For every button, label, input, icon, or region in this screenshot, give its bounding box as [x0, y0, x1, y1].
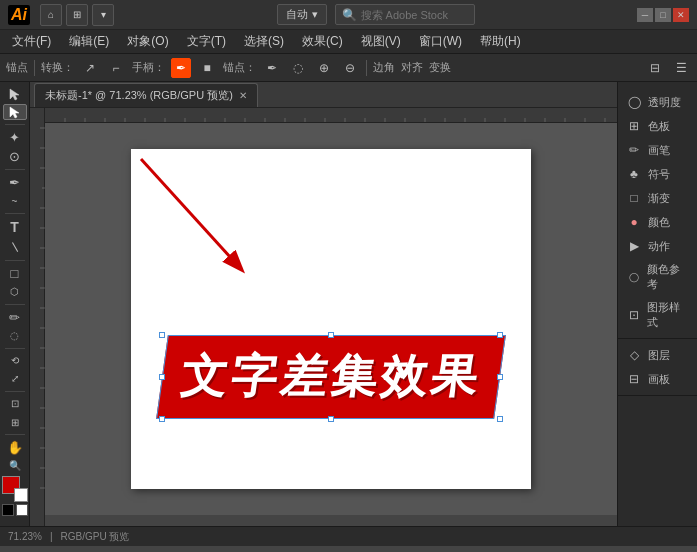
maximize-button[interactable]: □: [655, 8, 671, 22]
handle-ml[interactable]: [159, 374, 165, 380]
scale-tool[interactable]: ⤢: [3, 371, 27, 387]
arrow-indicator: [141, 159, 271, 289]
graph-tool[interactable]: ⊞: [3, 414, 27, 430]
convert-label: 转换：: [41, 60, 74, 75]
search-box[interactable]: 🔍: [335, 4, 475, 25]
home-icon[interactable]: ⌂: [40, 4, 62, 26]
actions-icon: ▶: [626, 238, 642, 254]
panel-actions[interactable]: ▶ 动作: [618, 234, 697, 258]
symbols-label: 符号: [648, 167, 670, 182]
pencil-tool[interactable]: ✏: [3, 309, 27, 326]
text-with-selection: 文字差集效果: [162, 335, 500, 419]
handle-label: 手柄：: [132, 60, 165, 75]
handle-bl[interactable]: [159, 416, 165, 422]
panel-gradient[interactable]: □ 渐变: [618, 186, 697, 210]
curvature-tool[interactable]: ~: [3, 193, 27, 209]
window-controls: ─ □ ✕: [637, 8, 689, 22]
menu-object[interactable]: 对象(O): [119, 31, 176, 52]
tab-close-icon[interactable]: ✕: [239, 90, 247, 101]
menu-effect[interactable]: 效果(C): [294, 31, 351, 52]
rectangle-tool[interactable]: □: [3, 265, 27, 282]
line-tool[interactable]: /: [0, 232, 29, 262]
handle-tm[interactable]: [328, 332, 334, 338]
menu-edit[interactable]: 编辑(E): [61, 31, 117, 52]
app-logo: Ai: [8, 5, 30, 25]
white-swatch[interactable]: [16, 504, 28, 516]
panel-layers[interactable]: ◇ 图层: [618, 343, 697, 367]
warp-tool[interactable]: ⊡: [3, 396, 27, 412]
selection-tool[interactable]: [3, 86, 27, 102]
menu-view[interactable]: 视图(V): [353, 31, 409, 52]
swatches-icon: ⊞: [626, 118, 642, 134]
panel-transparency[interactable]: ◯ 透明度: [618, 90, 697, 114]
zoom-tool[interactable]: 🔍: [3, 458, 27, 474]
anchor-btn-3[interactable]: ⊕: [314, 58, 334, 78]
panel-toggle-btn[interactable]: ⊟: [645, 58, 665, 78]
color-guide-icon: ◯: [626, 269, 641, 285]
swatch-group[interactable]: [2, 476, 28, 502]
panel-section-2: ◇ 图层 ⊟ 画板: [618, 339, 697, 396]
artboards-label: 画板: [648, 372, 670, 387]
menu-type[interactable]: 文字(T): [179, 31, 234, 52]
tool-sep-1: [5, 124, 25, 125]
status-bar: 71.23% | RGB/GPU 预览: [0, 526, 697, 546]
left-toolbar: ✦ ⊙ ✒ ~ T / □ ⬡ ✏ ◌ ⟲ ⤢ ⊡ ⊞ ✋ 🔍: [0, 82, 30, 526]
background-swatch[interactable]: [14, 488, 28, 502]
canvas-background[interactable]: 文字差集效果: [45, 123, 617, 515]
search-input[interactable]: [361, 9, 468, 21]
black-swatch[interactable]: [2, 504, 14, 516]
panel-brushes[interactable]: ✏ 画笔: [618, 138, 697, 162]
panel-color-guide[interactable]: ◯ 颜色参考: [618, 258, 697, 296]
handle-tr[interactable]: [497, 332, 503, 338]
handle-btn-2[interactable]: ■: [197, 58, 217, 78]
color-icon: ●: [626, 214, 642, 230]
menu-window[interactable]: 窗口(W): [411, 31, 470, 52]
handle-tl[interactable]: [159, 332, 165, 338]
layers-label: 图层: [648, 348, 670, 363]
minimize-button[interactable]: ─: [637, 8, 653, 22]
text-element-container[interactable]: 文字差集效果: [151, 335, 511, 419]
tool-sep-3: [5, 213, 25, 214]
transparency-label: 透明度: [648, 95, 681, 110]
align-label: 对齐: [401, 60, 423, 75]
canvas-with-ruler: 未标题-1* @ 71.23% (RGB/GPU 预览) ✕: [30, 82, 617, 526]
pen-tool[interactable]: ✒: [3, 174, 27, 191]
panel-symbols[interactable]: ♣ 符号: [618, 162, 697, 186]
more-options-btn[interactable]: ☰: [671, 58, 691, 78]
layout-icon[interactable]: ⊞: [66, 4, 88, 26]
title-center: 自动 ▾ 🔍: [120, 4, 631, 25]
convert-btn-1[interactable]: ↗: [80, 58, 100, 78]
handle-mr[interactable]: [497, 374, 503, 380]
status-mode: RGB/GPU 预览: [61, 530, 130, 544]
panel-artboards[interactable]: ⊟ 画板: [618, 367, 697, 391]
convert-btn-2[interactable]: ⌐: [106, 58, 126, 78]
lasso-tool[interactable]: ⊙: [3, 148, 27, 165]
close-button[interactable]: ✕: [673, 8, 689, 22]
menu-file[interactable]: 文件(F): [4, 31, 59, 52]
artboard: 文字差集效果: [131, 149, 531, 489]
hand-tool[interactable]: ✋: [3, 439, 27, 456]
blob-tool[interactable]: ◌: [3, 328, 27, 344]
menu-select[interactable]: 选择(S): [236, 31, 292, 52]
menu-help[interactable]: 帮助(H): [472, 31, 529, 52]
anchor-btn-1[interactable]: ✒: [262, 58, 282, 78]
handle-bm[interactable]: [328, 416, 334, 422]
direct-selection-tool[interactable]: [3, 104, 27, 120]
panel-color[interactable]: ● 颜色: [618, 210, 697, 234]
panel-graphic-styles[interactable]: ⊡ 图形样式: [618, 296, 697, 334]
shape-tool[interactable]: ⬡: [3, 284, 27, 300]
main-text: 文字差集效果: [177, 346, 486, 408]
panel-swatches[interactable]: ⊞ 色板: [618, 114, 697, 138]
handle-br[interactable]: [497, 416, 503, 422]
magic-wand-tool[interactable]: ✦: [3, 129, 27, 146]
layout-dropdown-icon[interactable]: ▾: [92, 4, 114, 26]
anchor-btn-2[interactable]: ◌: [288, 58, 308, 78]
rotate-tool[interactable]: ⟲: [3, 352, 27, 368]
auto-button[interactable]: 自动 ▾: [277, 4, 327, 25]
transform-label: 变换: [429, 60, 451, 75]
document-tab[interactable]: 未标题-1* @ 71.23% (RGB/GPU 预览) ✕: [34, 83, 258, 107]
anchor-btn-4[interactable]: ⊖: [340, 58, 360, 78]
handle-btn-1[interactable]: ✒: [171, 58, 191, 78]
right-panel: ◯ 透明度 ⊞ 色板 ✏ 画笔 ♣ 符号 □ 渐变 ● 颜色: [617, 82, 697, 526]
artboards-icon: ⊟: [626, 371, 642, 387]
